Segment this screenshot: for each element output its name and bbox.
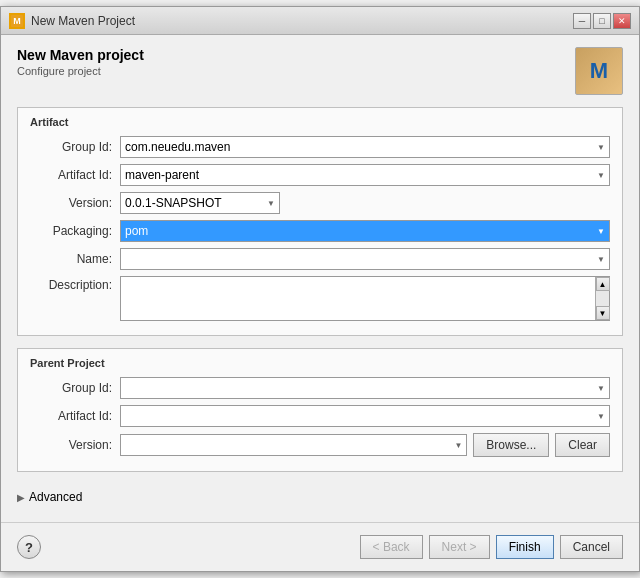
parent-version-dropdown[interactable]: ▼ bbox=[120, 434, 467, 456]
footer: ? < Back Next > Finish Cancel bbox=[1, 522, 639, 571]
parent-artifact-id-arrow: ▼ bbox=[597, 412, 605, 421]
name-arrow: ▼ bbox=[597, 255, 605, 264]
next-button[interactable]: Next > bbox=[429, 535, 490, 559]
parent-section: Parent Project Group Id: ▼ Artifact Id: bbox=[17, 348, 623, 472]
packaging-arrow: ▼ bbox=[597, 227, 605, 236]
description-input[interactable] bbox=[121, 277, 609, 317]
group-id-row: Group Id: com.neuedu.maven ▼ bbox=[30, 136, 610, 158]
parent-version-row: Version: ▼ Browse... Clear bbox=[30, 433, 610, 457]
group-id-value: com.neuedu.maven bbox=[125, 140, 230, 154]
artifact-id-row: Artifact Id: maven-parent ▼ bbox=[30, 164, 610, 186]
description-row: Description: ▲ ▼ bbox=[30, 276, 610, 321]
header-text: New Maven project Configure project bbox=[17, 47, 144, 77]
artifact-id-value: maven-parent bbox=[125, 168, 199, 182]
parent-version-controls: ▼ Browse... Clear bbox=[120, 433, 610, 457]
parent-version-label: Version: bbox=[30, 438, 120, 452]
parent-group-id-dropdown[interactable]: ▼ bbox=[120, 377, 610, 399]
window-icon: M bbox=[9, 13, 25, 29]
group-id-label: Group Id: bbox=[30, 140, 120, 154]
title-bar: M New Maven Project ─ □ ✕ bbox=[1, 7, 639, 35]
footer-buttons: < Back Next > Finish Cancel bbox=[360, 535, 623, 559]
parent-group-id-arrow: ▼ bbox=[597, 384, 605, 393]
version-control: 0.0.1-SNAPSHOT ▼ bbox=[120, 192, 610, 214]
description-control: ▲ ▼ bbox=[120, 276, 610, 321]
packaging-dropdown[interactable]: pom ▼ bbox=[120, 220, 610, 242]
parent-artifact-id-dropdown[interactable]: ▼ bbox=[120, 405, 610, 427]
description-scrollbar: ▲ ▼ bbox=[595, 277, 609, 320]
name-row: Name: ▼ bbox=[30, 248, 610, 270]
cancel-button[interactable]: Cancel bbox=[560, 535, 623, 559]
packaging-value: pom bbox=[125, 224, 148, 238]
packaging-control: pom ▼ bbox=[120, 220, 610, 242]
parent-group-id-row: Group Id: ▼ bbox=[30, 377, 610, 399]
help-button[interactable]: ? bbox=[17, 535, 41, 559]
minimize-button[interactable]: ─ bbox=[573, 13, 591, 29]
version-row: Version: 0.0.1-SNAPSHOT ▼ bbox=[30, 192, 610, 214]
version-dropdown[interactable]: 0.0.1-SNAPSHOT ▼ bbox=[120, 192, 280, 214]
title-bar-controls: ─ □ ✕ bbox=[573, 13, 631, 29]
parent-artifact-id-row: Artifact Id: ▼ bbox=[30, 405, 610, 427]
name-dropdown[interactable]: ▼ bbox=[120, 248, 610, 270]
artifact-section: Artifact Group Id: com.neuedu.maven ▼ Ar… bbox=[17, 107, 623, 336]
back-button[interactable]: < Back bbox=[360, 535, 423, 559]
artifact-id-label: Artifact Id: bbox=[30, 168, 120, 182]
group-id-dropdown[interactable]: com.neuedu.maven ▼ bbox=[120, 136, 610, 158]
window-title: New Maven Project bbox=[31, 14, 135, 28]
dialog-title: New Maven project bbox=[17, 47, 144, 63]
version-arrow: ▼ bbox=[267, 199, 275, 208]
description-label: Description: bbox=[30, 276, 120, 292]
version-label: Version: bbox=[30, 196, 120, 210]
artifact-id-arrow: ▼ bbox=[597, 171, 605, 180]
main-window: M New Maven Project ─ □ ✕ New Maven proj… bbox=[0, 6, 640, 572]
group-id-arrow: ▼ bbox=[597, 143, 605, 152]
packaging-label: Packaging: bbox=[30, 224, 120, 238]
close-button[interactable]: ✕ bbox=[613, 13, 631, 29]
advanced-row[interactable]: ▶ Advanced bbox=[17, 484, 623, 510]
artifact-id-dropdown[interactable]: maven-parent ▼ bbox=[120, 164, 610, 186]
maximize-button[interactable]: □ bbox=[593, 13, 611, 29]
parent-artifact-id-label: Artifact Id: bbox=[30, 409, 120, 423]
description-box: ▲ ▼ bbox=[120, 276, 610, 321]
svg-text:M: M bbox=[13, 16, 21, 26]
scroll-up-button[interactable]: ▲ bbox=[596, 277, 610, 291]
expand-icon: ▶ bbox=[17, 492, 25, 503]
parent-group-id-label: Group Id: bbox=[30, 381, 120, 395]
finish-button[interactable]: Finish bbox=[496, 535, 554, 559]
name-control: ▼ bbox=[120, 248, 610, 270]
parent-group-id-control: ▼ bbox=[120, 377, 610, 399]
maven-icon-label: M bbox=[590, 58, 608, 84]
version-value: 0.0.1-SNAPSHOT bbox=[125, 196, 222, 210]
browse-button[interactable]: Browse... bbox=[473, 433, 549, 457]
parent-version-arrow: ▼ bbox=[454, 441, 462, 450]
artifact-id-control: maven-parent ▼ bbox=[120, 164, 610, 186]
maven-icon: M bbox=[575, 47, 623, 95]
title-bar-left: M New Maven Project bbox=[9, 13, 135, 29]
dialog-header: New Maven project Configure project M bbox=[17, 47, 623, 95]
parent-artifact-id-control: ▼ bbox=[120, 405, 610, 427]
parent-section-title: Parent Project bbox=[30, 357, 610, 369]
group-id-control: com.neuedu.maven ▼ bbox=[120, 136, 610, 158]
dialog-subtitle: Configure project bbox=[17, 65, 144, 77]
main-content: New Maven project Configure project M Ar… bbox=[1, 35, 639, 522]
name-label: Name: bbox=[30, 252, 120, 266]
scroll-down-button[interactable]: ▼ bbox=[596, 306, 610, 320]
advanced-label: Advanced bbox=[29, 490, 82, 504]
clear-button[interactable]: Clear bbox=[555, 433, 610, 457]
packaging-row: Packaging: pom ▼ bbox=[30, 220, 610, 242]
artifact-section-title: Artifact bbox=[30, 116, 610, 128]
